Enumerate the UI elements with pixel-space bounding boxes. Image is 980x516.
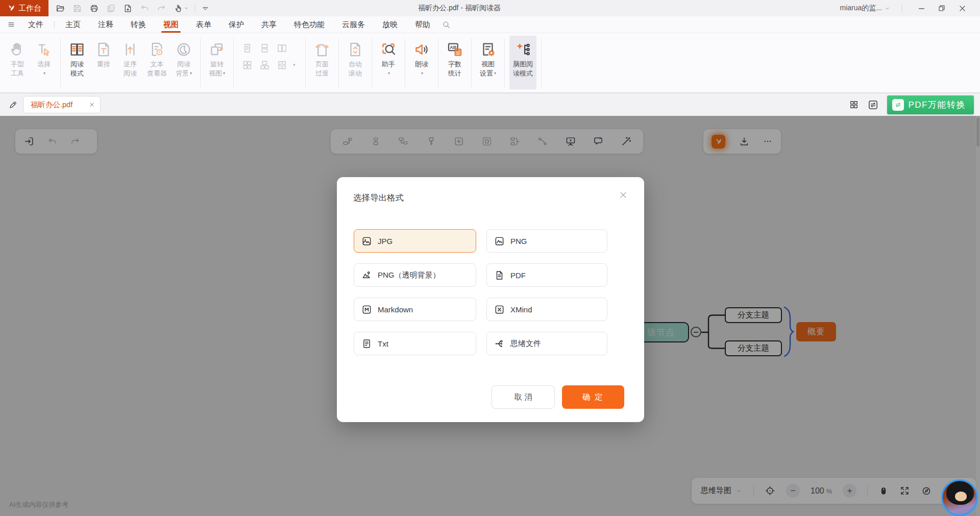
page-continuous-icon[interactable]	[258, 41, 271, 55]
redo-button[interactable]	[157, 4, 166, 13]
ribbon-item-read-aloud[interactable]: 朗读▾	[408, 33, 435, 92]
save-button[interactable]	[72, 4, 82, 13]
page-split-icon[interactable]	[276, 58, 288, 72]
fmt-mindfile-icon	[494, 338, 505, 349]
dialog-close-icon[interactable]	[619, 190, 628, 200]
workspace-label: 工作台	[18, 4, 41, 13]
divider	[541, 38, 542, 87]
account-menu[interactable]: miarua的监...	[840, 4, 891, 13]
menu-主页[interactable]: 主页	[63, 16, 83, 33]
menu-帮助[interactable]: 帮助	[413, 16, 432, 33]
rotate-view-icon	[208, 39, 226, 60]
hamburger-icon[interactable]	[7, 20, 15, 29]
quick-access-toolbar	[56, 4, 189, 13]
ribbon-item-word-count[interactable]: AB字数统计	[442, 33, 468, 92]
pdf-convert-button[interactable]: PDF万能转换	[887, 95, 974, 114]
ribbon-item-text-viewer[interactable]: 文本查看器	[143, 33, 170, 92]
page-facing-icon[interactable]	[276, 41, 288, 55]
annotate-pencil-icon[interactable]	[8, 100, 18, 110]
restore-button[interactable]	[934, 1, 949, 15]
format-option-label: Markdown	[378, 305, 413, 314]
menu-表单[interactable]: 表单	[194, 16, 213, 33]
assistant-avatar[interactable]	[941, 479, 978, 516]
menu-items: 文件主页注释转换视图表单保护共享特色功能云服务放映帮助	[19, 16, 439, 33]
divider	[233, 38, 234, 87]
ribbon-item-auto-scroll[interactable]: 自动滚动	[342, 33, 369, 92]
ribbon-item-read-background[interactable]: 阅读背景▾	[170, 33, 197, 92]
format-option-PDF[interactable]: PDF	[486, 263, 607, 287]
divider	[200, 38, 201, 87]
close-button[interactable]	[954, 1, 970, 15]
ribbon-item-reflow[interactable]: 重排	[90, 33, 117, 92]
search-icon[interactable]	[442, 20, 451, 29]
format-option-label: PNG	[510, 237, 527, 245]
create-pdf-button[interactable]	[123, 4, 133, 13]
menu-特色功能[interactable]: 特色功能	[292, 16, 327, 33]
page-stack-icon[interactable]	[258, 58, 271, 72]
read-aloud-icon	[413, 39, 430, 60]
fmt-jpg-icon	[361, 236, 372, 247]
menu-云服务[interactable]: 云服务	[340, 16, 367, 33]
undo-button[interactable]	[140, 4, 150, 13]
foxit-logo-icon	[7, 4, 15, 12]
divider	[405, 38, 405, 87]
tab-grid-icon[interactable]	[849, 100, 859, 110]
toolbar-collapse-icon[interactable]	[202, 5, 209, 12]
ribbon-item-view-settings[interactable]: 视图设置▾	[475, 33, 501, 92]
format-option-PNG[interactable]: PNG	[486, 229, 607, 253]
ribbon-item-read-mode[interactable]: 阅读模式	[64, 33, 90, 92]
reverse-read-icon	[121, 39, 139, 60]
ribbon-item-mindmap-read[interactable]: 脑图阅读模式	[509, 36, 536, 89]
read-background-icon	[175, 39, 192, 60]
workspace-button[interactable]: 工作台	[0, 0, 48, 16]
word-count-icon: AB	[446, 39, 463, 60]
ribbon: 手型工具选择▾阅读模式重排逆序阅读文本查看器阅读背景▾旋转视图▾▾页面过渡自动滚…	[0, 33, 980, 93]
menu-保护[interactable]: 保护	[227, 16, 246, 33]
tab-close-icon[interactable]	[89, 102, 95, 108]
divider	[504, 38, 505, 87]
page-quad-icon[interactable]	[241, 58, 253, 72]
menu-转换[interactable]: 转换	[129, 16, 148, 33]
tab-switch-icon[interactable]	[867, 99, 879, 111]
menu-文件[interactable]: 文件	[26, 16, 45, 33]
divider	[60, 38, 61, 87]
window-title: 福昕办公.pdf - 福昕阅读器	[418, 4, 501, 13]
format-option-思绪文件[interactable]: 思绪文件	[486, 332, 607, 355]
menu-视图[interactable]: 视图	[161, 16, 181, 33]
fmt-png-icon	[494, 236, 505, 247]
page-mode-dropdown-icon[interactable]: ▾	[293, 62, 298, 67]
divider	[54, 21, 55, 29]
confirm-button[interactable]: 确 定	[562, 385, 624, 409]
ribbon-item-rotate-view[interactable]: 旋转视图▾	[204, 33, 230, 92]
format-options: JPGPNGPNG（透明背景）PDFMarkdownXMindTxt思绪文件	[354, 229, 607, 355]
format-option-Markdown[interactable]: Markdown	[354, 298, 476, 321]
ribbon-item-hand-tool[interactable]: 手型工具	[4, 33, 31, 92]
open-file-button[interactable]	[56, 4, 65, 13]
text-viewer-icon	[149, 39, 166, 60]
print-button[interactable]	[89, 4, 99, 13]
format-option-PNG（透明背景）[interactable]: PNG（透明背景）	[354, 263, 476, 287]
cancel-button[interactable]: 取 消	[492, 385, 555, 409]
hand-mode-button[interactable]	[174, 4, 189, 13]
convert-swap-icon	[892, 99, 904, 111]
chevron-down-icon	[884, 5, 891, 12]
copy-page-button[interactable]	[106, 4, 116, 13]
ribbon-item-assistant[interactable]: 助手▾	[375, 33, 402, 92]
fmt-png-alpha-icon	[361, 270, 372, 281]
menu-共享[interactable]: 共享	[259, 16, 279, 33]
minimize-button[interactable]	[914, 1, 929, 15]
format-option-label: 思绪文件	[510, 339, 541, 349]
format-option-label: PNG（透明背景）	[378, 271, 440, 280]
format-option-label: PDF	[510, 271, 526, 280]
format-option-JPG[interactable]: JPG	[354, 229, 476, 253]
format-option-XMind[interactable]: XMind	[486, 298, 607, 321]
menu-注释[interactable]: 注释	[96, 16, 115, 33]
mindmap-canvas[interactable]: 级节点 分支主题 分支主题 概要 思维导图 − 100 % + AI生成内容仅供…	[0, 116, 980, 516]
ribbon-item-select-tool[interactable]: 选择▾	[31, 33, 57, 92]
document-tab[interactable]: 福昕办公.pdf	[23, 96, 101, 113]
page-single-icon[interactable]	[241, 41, 253, 55]
menu-放映[interactable]: 放映	[380, 16, 400, 33]
format-option-Txt[interactable]: Txt	[354, 332, 476, 355]
ribbon-item-page-transition[interactable]: 页面过渡	[309, 33, 335, 92]
ribbon-item-reverse-read[interactable]: 逆序阅读	[117, 33, 143, 92]
